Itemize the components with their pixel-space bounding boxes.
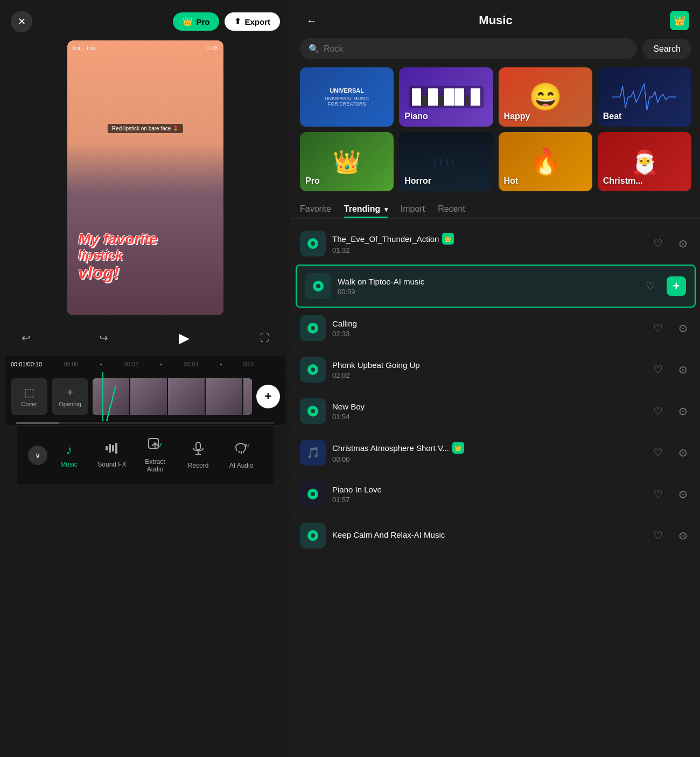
favorite-button-phonk[interactable]: ♡ [649, 361, 667, 378]
add-track-button[interactable]: + [256, 385, 280, 408]
music-item-calling[interactable]: Calling 02:33 ♡ ⊙ [291, 308, 700, 349]
download-button-newboy[interactable]: ⊙ [674, 402, 691, 420]
music-item-phonk[interactable]: Phonk Upbeat Going Up 02:02 ♡ ⊙ [291, 349, 700, 391]
category-pro[interactable]: 👑 Pro [300, 132, 394, 191]
ai-audio-label: AI Audio [229, 462, 254, 469]
music-item-thunder[interactable]: The_Eve_Of_Thunder_Action 👑 01:32 ♡ ⊙ [291, 223, 700, 265]
svg-rect-3 [109, 444, 111, 453]
category-christmas[interactable]: 🎅 Christm... [598, 132, 691, 191]
favorite-button-calling[interactable]: ♡ [649, 320, 667, 337]
music-info-calling: Calling 02:33 [332, 319, 643, 338]
video-text-line3: vlog! [78, 263, 213, 283]
close-button[interactable]: ✕ [11, 11, 32, 32]
track-opening-button[interactable]: + Opening [52, 378, 88, 415]
category-happy-label: Happy [504, 112, 530, 121]
scroll-track[interactable] [16, 422, 275, 424]
music-name-calling: Calling [332, 319, 643, 328]
export-button[interactable]: ⬆ Export [225, 12, 280, 31]
tab-favorite[interactable]: Favorite [300, 200, 331, 218]
video-text-overlay: My favorite lipstick vlog! [78, 231, 213, 283]
favorite-button-keep-calm[interactable]: ♡ [649, 527, 667, 544]
search-bar: 🔍 Search [300, 38, 691, 59]
video-text-line1: My favorite [78, 231, 213, 248]
category-hot[interactable]: 🔥 Hot [499, 132, 592, 191]
music-info-thunder: The_Eve_Of_Thunder_Action 👑 01:32 [332, 233, 643, 254]
music-list: The_Eve_Of_Thunder_Action 👑 01:32 ♡ ⊙ [291, 223, 700, 757]
music-info-phonk: Phonk Upbeat Going Up 02:02 [332, 360, 643, 379]
favorite-button-christmas-atm[interactable]: ♡ [649, 444, 667, 461]
toolbar-item-music[interactable]: ♪ Music [47, 442, 90, 468]
play-button[interactable]: ▶ [171, 325, 197, 351]
category-hot-label: Hot [504, 176, 519, 186]
timeline-ruler: 00:01/00:10 00:00 • 00:02 • 00:04 • 00:0… [5, 356, 285, 372]
category-horror-label: Horror [404, 176, 431, 186]
current-time: 00:01/00:10 [11, 361, 42, 367]
video-thumb-5 [243, 378, 252, 415]
svg-rect-7 [196, 442, 200, 450]
collapse-button[interactable]: ∨ [28, 446, 47, 465]
download-button-christmas-atm[interactable]: ⊙ [674, 444, 691, 461]
category-christmas-label: Christm... [603, 176, 643, 186]
svg-text:AI: AI [244, 443, 249, 448]
download-button-keep-calm[interactable]: ⊙ [674, 527, 691, 544]
toolbar-item-ai-audio[interactable]: AI AI Audio [220, 441, 263, 469]
download-button-thunder[interactable]: ⊙ [674, 235, 691, 252]
search-button[interactable]: Search [642, 39, 691, 59]
category-horror[interactable]: |||| Horror [399, 132, 493, 191]
add-button-tiptoe[interactable]: + [667, 276, 686, 296]
pro-badge[interactable]: 👑 Pro [173, 12, 219, 31]
toolbar-item-sound-fx[interactable]: Sound FX [90, 442, 134, 468]
music-item-christmas-atm[interactable]: 🎵 Christmas Atmosphere Short V... 👑 00:0… [291, 432, 700, 474]
tab-recent[interactable]: Recent [438, 200, 465, 218]
category-piano-label: Piano [404, 112, 428, 121]
download-button-phonk[interactable]: ⊙ [674, 361, 691, 378]
favorite-button-tiptoe[interactable]: ♡ [642, 277, 659, 295]
music-name-newboy: New Boy [332, 402, 643, 411]
music-name-thunder: The_Eve_Of_Thunder_Action 👑 [332, 233, 643, 245]
category-universal[interactable]: UNIVERSAL UNIVERSAL MUSICFOR CREATORS [300, 67, 394, 127]
svg-rect-6 [149, 439, 158, 448]
back-button[interactable]: ← [302, 11, 321, 30]
video-preview: krii__tuu 0:08 Red lipstick on bare face… [67, 40, 223, 315]
sound-fx-icon [105, 442, 119, 457]
music-item-keep-calm[interactable]: Keep Calm And Relax-AI Music ♡ ⊙ [291, 515, 700, 556]
music-duration-tiptoe: 00:59 [338, 288, 635, 296]
tab-trending[interactable]: Trending ▾ [344, 200, 388, 218]
search-input[interactable] [324, 44, 628, 54]
music-duration-calling: 02:33 [332, 330, 643, 338]
category-happy[interactable]: 😄 Happy [499, 67, 592, 127]
pro-icon-button[interactable]: 👑 [670, 11, 689, 30]
bottom-toolbar: ∨ ♪ Music Sound FX [17, 425, 274, 484]
fullscreen-button[interactable]: ⛶ [255, 328, 275, 348]
favorite-button-piano-love[interactable]: ♡ [649, 485, 667, 503]
toolbar-right-buttons: 👑 Pro ⬆ Export [173, 12, 280, 31]
music-thumb-phonk [300, 357, 326, 383]
timeline-area: 00:01/00:10 00:00 • 00:02 • 00:04 • 00:0… [5, 356, 285, 421]
toolbar-item-extract-audio[interactable]: ExtractAudio [134, 437, 177, 473]
music-info-christmas-atm: Christmas Atmosphere Short V... 👑 00:00 [332, 442, 643, 463]
toolbar-item-record[interactable]: Record [177, 441, 220, 469]
redo-button[interactable]: ↪ [94, 328, 113, 348]
pro-badge-thunder: 👑 [442, 233, 454, 245]
download-button-piano-love[interactable]: ⊙ [674, 485, 691, 503]
category-beat[interactable]: Beat [598, 67, 691, 127]
video-text-line2: lipstick [78, 248, 213, 263]
track-cover-button[interactable]: ⬚ Cover [11, 378, 47, 415]
tab-import[interactable]: Import [401, 200, 425, 218]
favorite-button-thunder[interactable]: ♡ [649, 235, 667, 252]
undo-button[interactable]: ↩ [16, 328, 36, 348]
scroll-thumb[interactable] [16, 422, 59, 424]
category-piano[interactable]: Piano [399, 67, 493, 127]
music-item-piano-love[interactable]: Piano In Love 01:57 ♡ ⊙ [291, 474, 700, 515]
music-info-keep-calm: Keep Calm And Relax-AI Music [332, 530, 643, 541]
music-thumb-calling [300, 315, 326, 341]
favorite-button-newboy[interactable]: ♡ [649, 402, 667, 420]
download-button-calling[interactable]: ⊙ [674, 320, 691, 337]
music-name-christmas-atm: Christmas Atmosphere Short V... 👑 [332, 442, 643, 454]
extract-audio-icon [148, 437, 163, 455]
music-title: Music [479, 13, 512, 27]
music-item-newboy[interactable]: New Boy 01:54 ♡ ⊙ [291, 391, 700, 432]
music-item-tiptoe[interactable]: Walk on Tiptoe-AI music 00:59 ♡ + [296, 265, 696, 308]
music-duration-phonk: 02:02 [332, 371, 643, 379]
trending-arrow-icon: ▾ [384, 206, 388, 213]
